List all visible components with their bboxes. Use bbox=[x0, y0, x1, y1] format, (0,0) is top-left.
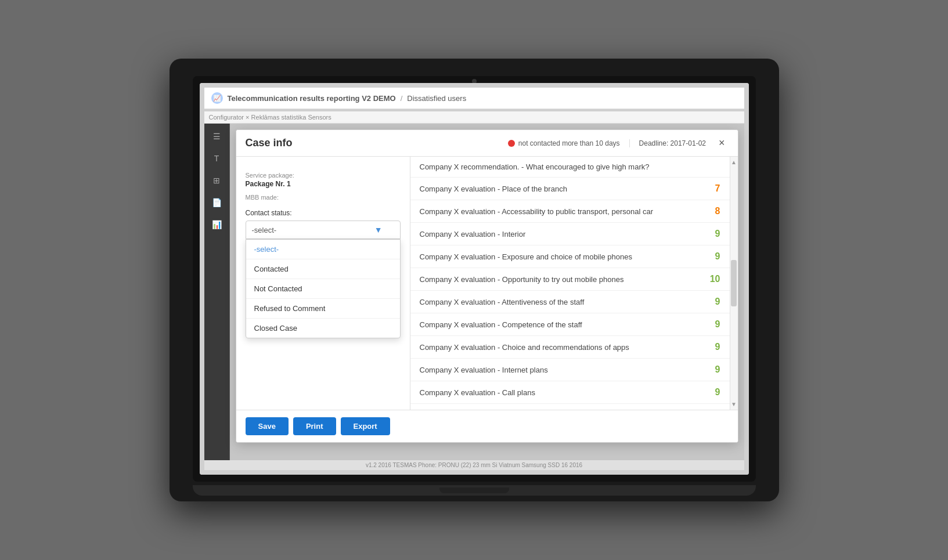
eval-label: Company X evaluation - Call plans bbox=[420, 388, 535, 397]
evaluation-row: Company X evaluation - Interior9 bbox=[410, 223, 730, 245]
eval-label: Company X evaluation - Competence of the… bbox=[420, 320, 582, 329]
contact-status-label: Contact status: bbox=[246, 209, 401, 217]
eval-score: 9 bbox=[703, 297, 720, 307]
evaluation-list[interactable]: Company X recommendation. - What encoura… bbox=[410, 157, 730, 410]
evaluation-row: Company X evaluation - Attentiveness of … bbox=[410, 291, 730, 313]
eval-label: Company X evaluation - Internet plans bbox=[420, 366, 548, 374]
eval-score: 7 bbox=[703, 183, 720, 194]
eval-score: 9 bbox=[703, 364, 720, 375]
deadline-text: Deadline: 2017-01-02 bbox=[629, 139, 706, 147]
dropdown-option-select[interactable]: -select- bbox=[246, 240, 400, 259]
laptop-shell: 📈 Telecommunication results reporting V2… bbox=[170, 59, 779, 501]
contact-status-dropdown: -select- Contacted Not Contacted bbox=[246, 239, 401, 338]
print-button[interactable]: Print bbox=[293, 417, 336, 435]
mbb-made-label: MBB made: bbox=[246, 194, 401, 201]
case-info-modal: Case info not contacted more than 10 day… bbox=[236, 129, 738, 443]
sidebar: ☰ T ⊞ 📄 📊 bbox=[204, 124, 230, 460]
eval-label: Company X recommendation. - What encoura… bbox=[420, 162, 650, 171]
evaluation-row: Company X evaluation - Place of the bran… bbox=[410, 178, 730, 200]
select-current-value: -select- bbox=[252, 226, 277, 234]
app-icon: 📈 bbox=[211, 92, 223, 104]
eval-label: Company X evaluation - Accessability to … bbox=[420, 207, 653, 216]
evaluation-row: Company X evaluation - Speed of service8 bbox=[410, 404, 730, 410]
eval-label: Company X evaluation - Attentiveness of … bbox=[420, 298, 585, 306]
evaluation-row: Company X evaluation - Internet plans9 bbox=[410, 359, 730, 381]
status-bar: v1.2 2016 TESMAS Phone: PRONU (22) 23 mm… bbox=[204, 460, 744, 470]
service-package-label: Service package: bbox=[246, 172, 401, 179]
modal-footer: Save Print Export bbox=[236, 410, 738, 442]
eval-label: Company X evaluation - Place of the bran… bbox=[420, 185, 567, 193]
sidebar-icon-menu[interactable]: ☰ bbox=[208, 128, 225, 144]
export-button[interactable]: Export bbox=[341, 417, 390, 435]
modal-header-right: not contacted more than 10 days Deadline… bbox=[508, 136, 729, 150]
dropdown-option-closed[interactable]: Closed Case bbox=[246, 319, 400, 338]
select-arrow-icon: ▼ bbox=[374, 225, 383, 234]
scroll-up-arrow[interactable]: ▲ bbox=[731, 159, 737, 165]
modal-overlay: Case info not contacted more than 10 day… bbox=[230, 124, 744, 460]
app-background: 📈 Telecommunication results reporting V2… bbox=[200, 83, 749, 475]
eval-score: 9 bbox=[703, 251, 720, 262]
eval-label: Company X evaluation - Exposure and choi… bbox=[420, 252, 632, 261]
eval-score: 9 bbox=[703, 229, 720, 239]
eval-score: 8 bbox=[703, 206, 720, 216]
scroll-down-arrow[interactable]: ▼ bbox=[731, 401, 737, 407]
alert-dot-icon bbox=[508, 140, 515, 147]
scrollbar[interactable]: ▲ ▼ bbox=[730, 157, 738, 410]
service-package-value: Package Nr. 1 bbox=[246, 180, 401, 188]
eval-score: 10 bbox=[703, 274, 720, 284]
sidebar-icon-text[interactable]: T bbox=[208, 150, 225, 167]
sidebar-icon-chart[interactable]: 📊 bbox=[208, 216, 225, 233]
sub-navigation: Configurator × Reklāmas statistika Senso… bbox=[204, 111, 744, 124]
contact-status-select[interactable]: -select- ▼ bbox=[246, 221, 401, 239]
evaluation-row: Company X evaluation - Choice and recomm… bbox=[410, 336, 730, 359]
evaluation-row: Company X recommendation. - What encoura… bbox=[410, 157, 730, 178]
app-subtitle: Dissatisfied users bbox=[407, 94, 466, 103]
evaluation-row: Company X evaluation - Call plans9 bbox=[410, 381, 730, 404]
eval-score: 9 bbox=[703, 342, 720, 352]
right-panel: Company X recommendation. - What encoura… bbox=[410, 157, 738, 410]
eval-label: Company X evaluation - Opportunity to tr… bbox=[420, 275, 624, 284]
eval-label: Company X evaluation - Choice and recomm… bbox=[420, 343, 629, 352]
evaluation-row: Company X evaluation - Accessability to … bbox=[410, 200, 730, 223]
save-button[interactable]: Save bbox=[246, 417, 289, 435]
eval-score: 9 bbox=[703, 319, 720, 330]
dropdown-option-not-contacted[interactable]: Not Contacted bbox=[246, 279, 400, 299]
laptop-screen: 📈 Telecommunication results reporting V2… bbox=[200, 83, 749, 475]
modal-close-button[interactable]: × bbox=[715, 136, 729, 150]
screen-bezel: 📈 Telecommunication results reporting V2… bbox=[193, 76, 756, 482]
dropdown-option-contacted[interactable]: Contacted bbox=[246, 259, 400, 279]
contact-status-select-wrapper: -select- ▼ -select- bbox=[246, 221, 401, 239]
scrollbar-thumb[interactable] bbox=[731, 260, 737, 306]
evaluation-row: Company X evaluation - Opportunity to tr… bbox=[410, 268, 730, 291]
top-bar: 📈 Telecommunication results reporting V2… bbox=[204, 88, 744, 109]
eval-score: 9 bbox=[703, 387, 720, 398]
status-text: v1.2 2016 TESMAS Phone: PRONU (22) 23 mm… bbox=[366, 462, 582, 468]
right-panel-inner: Company X recommendation. - What encoura… bbox=[410, 157, 738, 410]
app-title: Telecommunication results reporting V2 D… bbox=[228, 94, 396, 103]
eval-label: Company X evaluation - Interior bbox=[420, 230, 526, 239]
title-separator: / bbox=[401, 94, 403, 103]
laptop-base bbox=[193, 485, 756, 496]
alert-badge: not contacted more than 10 days bbox=[508, 139, 620, 147]
left-panel: Service package: Package Nr. 1 MBB made:… bbox=[236, 157, 410, 410]
modal-body: Service package: Package Nr. 1 MBB made:… bbox=[236, 157, 738, 410]
main-layout: ☰ T ⊞ 📄 📊 Case info bbox=[204, 124, 744, 460]
evaluation-row: Company X evaluation - Competence of the… bbox=[410, 313, 730, 336]
main-content: Case info not contacted more than 10 day… bbox=[230, 124, 744, 460]
sidebar-icon-doc[interactable]: 📄 bbox=[208, 194, 225, 211]
evaluation-row: Company X evaluation - Exposure and choi… bbox=[410, 245, 730, 268]
sidebar-icon-grid[interactable]: ⊞ bbox=[208, 172, 225, 189]
dropdown-option-refused[interactable]: Refused to Comment bbox=[246, 299, 400, 319]
modal-header: Case info not contacted more than 10 day… bbox=[236, 130, 738, 157]
alert-text: not contacted more than 10 days bbox=[518, 139, 620, 147]
laptop-base-notch bbox=[439, 487, 509, 493]
modal-title: Case info bbox=[246, 137, 293, 149]
